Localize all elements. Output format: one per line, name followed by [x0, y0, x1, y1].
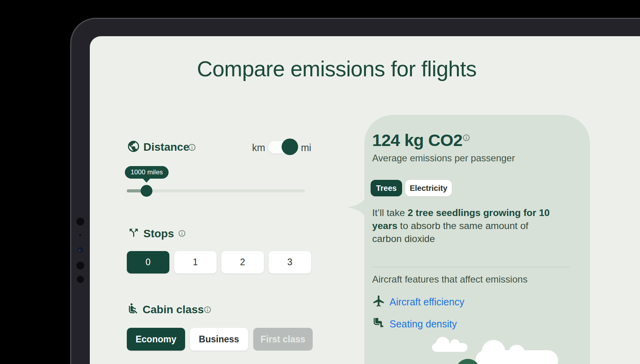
cloud-illustration	[432, 343, 467, 352]
cabin-option-first-class[interactable]: First class	[253, 328, 313, 351]
camera-dot	[77, 276, 84, 283]
cabin-option-business[interactable]: Business	[190, 328, 248, 351]
equivalence-text: It’ll take 2 tree seedlings growing for …	[372, 206, 554, 245]
fork-split-icon	[128, 227, 140, 239]
emissions-result-card: 124 kg CO2 Average emissions per passeng…	[364, 115, 590, 364]
info-icon[interactable]	[178, 229, 186, 237]
unit-toggle-switch[interactable]	[268, 140, 297, 154]
distance-slider-track[interactable]	[127, 189, 305, 192]
emissions-headline: 124 kg CO2	[372, 131, 462, 150]
equivalence-prefix: It’ll take	[372, 207, 408, 218]
unit-km-label: km	[252, 142, 265, 153]
tooltip-tail	[143, 178, 150, 183]
unit-mi-label: mi	[301, 142, 311, 153]
distance-label: Distance	[143, 141, 189, 153]
airplane-icon	[372, 294, 386, 308]
distance-value-tooltip: 1000 miles	[125, 166, 169, 179]
screen: Compare emissions for flights Distance k…	[90, 36, 640, 364]
camera-dot	[76, 218, 84, 225]
globe-icon	[127, 140, 140, 153]
cabin-class-label: Cabin class	[143, 303, 204, 316]
tab-electricity[interactable]: Electricity	[405, 180, 452, 196]
tablet-frame: Compare emissions for flights Distance k…	[70, 18, 640, 364]
tab-trees[interactable]: Trees	[371, 180, 402, 196]
stops-label: Stops	[143, 227, 174, 240]
stops-option-2[interactable]: 2	[221, 251, 264, 273]
divider	[372, 267, 570, 267]
distance-slider-thumb[interactable]	[141, 185, 152, 197]
seating-density-link[interactable]: Seating density	[390, 318, 457, 330]
seat-recline-icon	[127, 302, 139, 315]
info-icon[interactable]	[462, 134, 470, 142]
camera-lens	[78, 248, 83, 253]
camera-dot	[76, 262, 84, 270]
stops-option-1[interactable]: 1	[174, 251, 217, 273]
features-heading: Aircraft features that affect emissions	[372, 274, 527, 285]
seating-density-icon	[372, 316, 384, 329]
toggle-knob[interactable]	[282, 139, 298, 155]
info-icon[interactable]	[188, 143, 196, 152]
cabin-option-economy[interactable]: Economy	[127, 328, 185, 351]
page-title: Compare emissions for flights	[189, 56, 484, 81]
card-pointer-tail	[348, 198, 365, 216]
stops-option-3[interactable]: 3	[269, 251, 311, 273]
card-body: 124 kg CO2 Average emissions per passeng…	[364, 115, 590, 364]
emissions-subtitle: Average emissions per passenger	[372, 153, 515, 164]
cloud-illustration	[475, 350, 558, 364]
info-icon[interactable]	[204, 306, 211, 314]
aircraft-efficiency-link[interactable]: Aircraft efficiency	[390, 296, 464, 308]
sensor-dot	[79, 234, 81, 236]
stops-option-0[interactable]: 0	[127, 251, 169, 273]
